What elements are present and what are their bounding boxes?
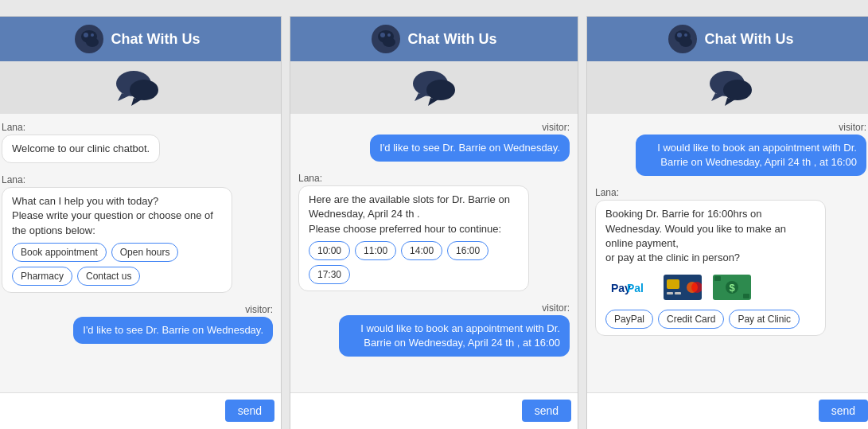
time-slot-buttons: 10:00 11:00 14:00 16:00 17:30 [309, 241, 519, 284]
chat-window-3: Chat With Us visitor: I would like to bo… [586, 16, 868, 429]
svg-point-2 [86, 37, 99, 47]
btn-credit-card[interactable]: Credit Card [658, 310, 724, 329]
time-1100[interactable]: 11:00 [355, 241, 396, 260]
svg-rect-31 [667, 279, 679, 289]
visitor-bubble-3: I would like to book an appointment with… [636, 135, 866, 176]
lana-welcome-row: Lana: Welcome to our clinic chatbot. [2, 122, 273, 170]
svg-point-7 [130, 80, 158, 100]
option-buttons-1: Book appointment Open hours Pharmacy Con… [12, 243, 222, 286]
svg-point-22 [684, 33, 687, 37]
btn-pay-at-clinic[interactable]: Pay at Clinic [729, 310, 800, 329]
lana-slots-row: Lana: Here are the available slots for D… [298, 173, 570, 298]
chat-messages-2: visitor: I'd like to see Dr. Barrie on W… [290, 114, 578, 392]
chat-window-2: Chat With Us visitor: I'd like to see Dr… [290, 16, 578, 429]
svg-point-25 [723, 80, 752, 100]
send-button-3[interactable]: send [819, 400, 868, 422]
svg-rect-32 [667, 292, 673, 294]
visitor-msg2-row-1: visitor: I'd like to see Dr. Barrie on W… [298, 122, 570, 168]
chat-input-area-1: send [0, 392, 281, 428]
svg-point-16 [426, 80, 455, 100]
chat-input-3[interactable] [594, 401, 819, 420]
lana-welcome-bubble: Welcome to our clinic chatbot. [2, 135, 160, 163]
payment-icons: Pay Pal [605, 273, 815, 302]
lana-slots-bubble: Here are the available slots for Dr. Bar… [298, 185, 529, 291]
visitor-bubble-2a: I'd like to see Dr. Barrie on Wednesday. [370, 135, 570, 162]
svg-rect-39 [714, 276, 721, 281]
chat-input-area-2: send [290, 392, 578, 428]
lana-msg2-line2: Please write your question or choose one… [12, 209, 213, 236]
lana-msg2-line1: What can I help you with today? [12, 195, 158, 207]
svg-point-11 [383, 37, 395, 47]
btn-pharmacy[interactable]: Pharmacy [12, 267, 72, 286]
lana-label-3: Lana: [595, 187, 866, 198]
chat-messages-1: Lana: Welcome to our clinic chatbot. Lan… [0, 114, 281, 392]
chat-input-1[interactable] [0, 401, 225, 420]
time-1600[interactable]: 16:00 [447, 241, 488, 260]
lana-label-2a: Lana: [298, 173, 570, 184]
lana-slots-line2: Please choose preferred hour to continue… [309, 223, 501, 235]
svg-rect-40 [743, 294, 749, 298]
lana-slots-line1: Here are the available slots for Dr. Bar… [309, 193, 510, 220]
chat-window-1: Chat With Us Lana: Welcome to our clinic… [0, 16, 282, 429]
visitor-msg2-row-2: visitor: I would like to book an appoint… [298, 302, 570, 363]
visitor-label-1: visitor: [2, 304, 273, 315]
chat-icon-1 [75, 25, 103, 53]
chat-icon-3 [668, 25, 697, 53]
svg-point-21 [677, 33, 682, 37]
btn-open-hours[interactable]: Open hours [111, 243, 179, 262]
lana-label-1: Lana: [2, 122, 273, 133]
send-button-1[interactable]: send [225, 400, 274, 422]
lana-payment-msg: Booking Dr. Barrie for 16:00hrs on Wedne… [605, 208, 786, 263]
chat-bubble-icon-3 [707, 68, 755, 107]
cash-icon: $ [712, 273, 752, 302]
chat-header-1: Chat With Us [0, 17, 281, 61]
visitor-bubble-2b: I would like to book an appointment with… [339, 315, 570, 357]
svg-point-20 [679, 37, 692, 47]
lana-options-bubble: What can I help you with today? Please w… [2, 187, 232, 293]
time-1000[interactable]: 10:00 [309, 241, 350, 260]
visitor-msg3-row: visitor: I would like to book an appoint… [595, 122, 866, 182]
chat-header-2: Chat With Us [290, 17, 578, 61]
lana-label-2: Lana: [2, 174, 273, 185]
svg-point-12 [380, 33, 385, 37]
chat-icon-area-3 [587, 61, 868, 114]
payment-buttons: PayPal Credit Card Pay at Clinic [605, 310, 815, 329]
send-button-2[interactable]: send [522, 400, 571, 422]
svg-rect-33 [675, 292, 681, 294]
chat-icon-2 [372, 25, 400, 53]
visitor-msg1-row: visitor: I'd like to see Dr. Barrie on W… [2, 304, 273, 350]
chat-icon-area-1 [0, 61, 281, 114]
chat-input-2[interactable] [297, 401, 522, 420]
time-1400[interactable]: 14:00 [401, 241, 442, 260]
chat-header-title-1: Chat With Us [111, 31, 200, 48]
lana-payment-row: Lana: Booking Dr. Barrie for 16:00hrs on… [595, 187, 866, 342]
svg-point-4 [91, 33, 94, 37]
chat-header-title-2: Chat With Us [408, 31, 497, 48]
visitor-label-2a: visitor: [298, 122, 570, 133]
btn-book-appointment[interactable]: Book appointment [12, 243, 107, 262]
time-1730[interactable]: 17:30 [309, 265, 350, 284]
svg-point-13 [387, 33, 391, 37]
chat-container: Chat With Us Lana: Welcome to our clinic… [0, 16, 868, 429]
svg-point-3 [84, 33, 88, 37]
btn-paypal[interactable]: PayPal [605, 310, 653, 329]
svg-text:$: $ [729, 282, 735, 294]
chat-bubble-icon-1 [114, 68, 162, 107]
chat-bubble-icon-2 [411, 68, 458, 107]
svg-text:Pal: Pal [627, 282, 644, 294]
visitor-bubble-1: I'd like to see Dr. Barrie on Wednesday. [73, 317, 273, 344]
chat-input-area-3: send [587, 392, 868, 428]
chat-messages-3: visitor: I would like to book an appoint… [587, 114, 868, 392]
chat-header-3: Chat With Us [587, 17, 868, 61]
chat-icon-area-2 [290, 61, 578, 114]
btn-contact-us[interactable]: Contact us [77, 267, 140, 286]
lana-payment-bubble: Booking Dr. Barrie for 16:00hrs on Wedne… [595, 200, 826, 336]
lana-options-row: Lana: What can I help you with today? Pl… [2, 174, 273, 299]
credit-card-icon [663, 273, 703, 302]
visitor-label-2b: visitor: [298, 302, 570, 314]
visitor-label-3: visitor: [595, 122, 866, 133]
paypal-icon: Pay Pal [605, 273, 653, 302]
chat-header-title-3: Chat With Us [705, 31, 794, 48]
